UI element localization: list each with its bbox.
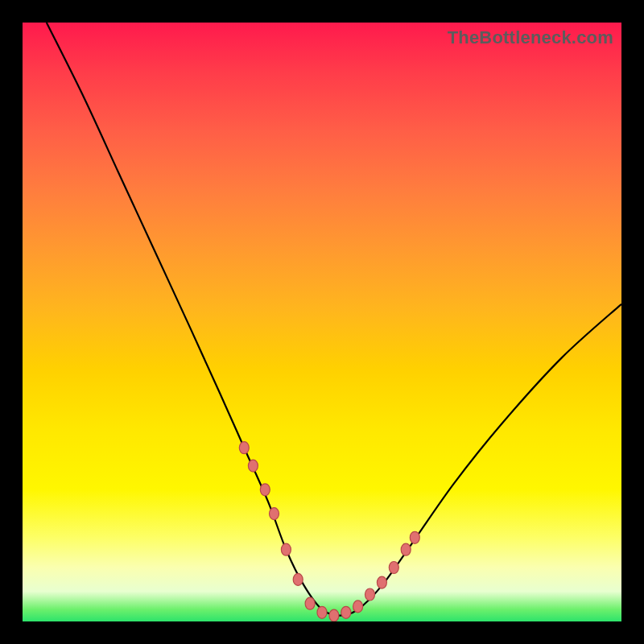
marker-dot bbox=[341, 606, 351, 618]
marker-dot bbox=[401, 543, 411, 555]
marker-dot bbox=[353, 601, 363, 613]
marker-dot bbox=[365, 588, 375, 601]
marker-dot bbox=[239, 442, 249, 454]
plot-area: TheBottleneck.com bbox=[23, 23, 621, 621]
marker-dot bbox=[260, 484, 270, 496]
marker-dot bbox=[281, 543, 291, 555]
marker-dot bbox=[317, 606, 327, 618]
marker-dot bbox=[305, 597, 315, 609]
marker-dot bbox=[293, 573, 303, 585]
bottleneck-curve bbox=[47, 23, 621, 616]
marker-dot bbox=[389, 562, 398, 574]
marker-dot bbox=[329, 609, 339, 621]
marker-dot bbox=[248, 460, 258, 472]
marker-dot bbox=[410, 531, 419, 543]
marker-dot bbox=[377, 576, 386, 588]
curve-layer bbox=[23, 23, 621, 621]
chart-frame: TheBottleneck.com bbox=[0, 0, 644, 644]
marker-dots bbox=[239, 442, 419, 621]
marker-dot bbox=[270, 508, 279, 520]
